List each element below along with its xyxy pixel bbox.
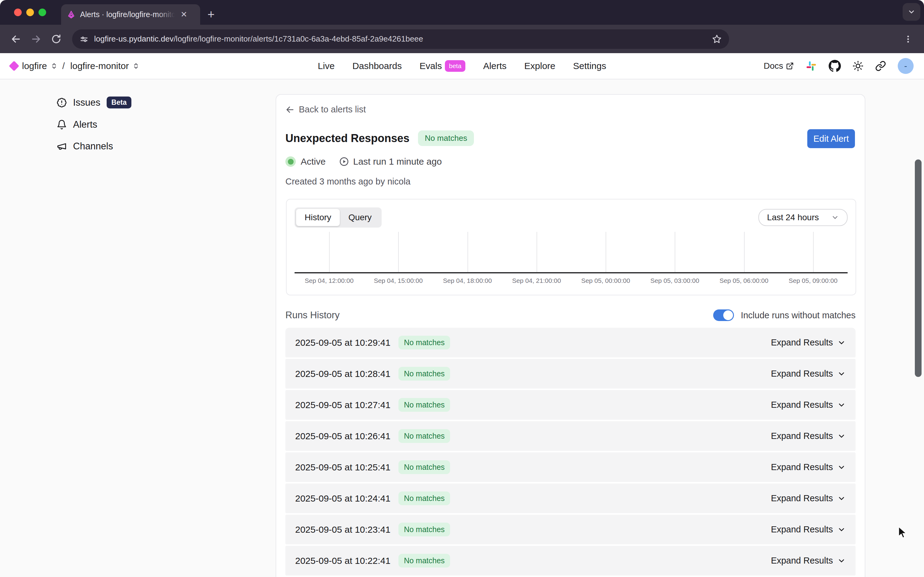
run-row: 2025-09-05 at 10:29:41 No matches Expand… (285, 328, 856, 357)
chevron-down-icon (837, 463, 846, 472)
alert-header: Unexpected Responses No matches Edit Ale… (285, 131, 856, 187)
page-scrollbar[interactable] (915, 160, 922, 377)
user-avatar[interactable]: - (898, 58, 914, 74)
x-tick: Sep 05, 03:00:00 (640, 277, 709, 284)
run-timestamp: 2025-09-05 at 10:29:41 (295, 337, 390, 348)
alert-match-badge: No matches (418, 131, 474, 146)
expand-results-button[interactable]: Expand Results (771, 493, 846, 503)
docs-link[interactable]: Docs (764, 61, 794, 71)
runs-history-heading: Runs History (285, 310, 339, 321)
chevron-down-icon (837, 432, 846, 440)
tab-history[interactable]: History (296, 209, 340, 226)
browser-chrome: Alerts · logfire/logfire-monitor ✕ + log… (0, 0, 924, 53)
nav-item-dashboards[interactable]: Dashboards (352, 61, 402, 71)
run-match-badge: No matches (398, 398, 450, 412)
sidebar-item-label: Channels (73, 141, 113, 152)
run-timestamp: 2025-09-05 at 10:25:41 (295, 462, 390, 472)
back-to-alerts-link[interactable]: Back to alerts list (285, 105, 856, 114)
run-match-badge: No matches (398, 460, 450, 474)
expand-results-button[interactable]: Expand Results (771, 462, 846, 472)
run-row: 2025-09-05 at 10:27:41 No matches Expand… (285, 390, 856, 420)
reload-icon[interactable] (48, 31, 65, 48)
chevron-down-icon (837, 370, 846, 378)
nav-item-explore[interactable]: Explore (524, 61, 555, 71)
sidebar-item-issues[interactable]: Issues Beta (56, 97, 131, 108)
edit-alert-button[interactable]: Edit Alert (807, 129, 855, 148)
expand-results-button[interactable]: Expand Results (771, 524, 846, 535)
page-body: Issues Beta Alerts Channels Back to aler… (0, 79, 924, 577)
nav-item-alerts[interactable]: Alerts (483, 61, 506, 71)
org-chevron-updown-icon[interactable] (51, 63, 57, 69)
zoom-window-button[interactable] (39, 8, 46, 16)
url-bar[interactable]: logfire-us.pydantic.dev/logfire/logfire-… (72, 29, 729, 49)
include-runs-toggle-row: Include runs without matches (713, 309, 856, 321)
breadcrumb: logfire / logfire-monitor (10, 61, 318, 71)
run-timestamp: 2025-09-05 at 10:28:41 (295, 369, 390, 379)
chevron-down-icon (837, 338, 846, 347)
expand-results-button[interactable]: Expand Results (771, 400, 846, 410)
x-tick: Sep 05, 06:00:00 (710, 277, 779, 284)
run-timestamp: 2025-09-05 at 10:26:41 (295, 431, 390, 442)
project-selector[interactable]: logfire-monitor (70, 61, 129, 71)
close-window-button[interactable] (14, 8, 22, 16)
share-link-icon[interactable] (875, 60, 886, 71)
theme-sun-icon[interactable] (853, 60, 863, 71)
nav-links: Live Dashboards Evalsbeta Alerts Explore… (318, 60, 606, 72)
run-match-badge: No matches (398, 523, 450, 537)
slack-icon[interactable] (805, 60, 817, 72)
run-timestamp: 2025-09-05 at 10:27:41 (295, 400, 390, 410)
run-timestamp: 2025-09-05 at 10:24:41 (295, 493, 390, 504)
github-icon[interactable] (829, 60, 841, 72)
sidebar-item-label: Alerts (73, 119, 97, 130)
megaphone-icon (56, 141, 67, 152)
breadcrumb-separator: / (62, 61, 65, 71)
expand-results-button[interactable]: Expand Results (771, 431, 846, 441)
run-timestamp: 2025-09-05 at 10:22:41 (295, 556, 390, 566)
alert-detail-card: Back to alerts list Unexpected Responses… (276, 94, 865, 577)
site-settings-icon[interactable] (79, 34, 89, 44)
expand-results-button[interactable]: Expand Results (771, 556, 846, 566)
tab-close-icon[interactable]: ✕ (179, 9, 189, 20)
new-tab-button[interactable]: + (208, 4, 214, 25)
chevron-down-icon (837, 494, 846, 503)
bookmark-star-icon[interactable] (712, 34, 722, 44)
tab-query[interactable]: Query (340, 209, 380, 226)
run-row: 2025-09-05 at 10:28:41 No matches Expand… (285, 359, 856, 388)
time-range-dropdown[interactable]: Last 24 hours (758, 209, 848, 226)
nav-item-settings[interactable]: Settings (573, 61, 606, 71)
x-tick: Sep 04, 18:00:00 (433, 277, 502, 284)
tab-search-chevron-button[interactable] (903, 3, 920, 21)
sidebar-item-channels[interactable]: Channels (56, 141, 131, 152)
browser-toolbar: logfire-us.pydantic.dev/logfire/logfire-… (0, 25, 924, 53)
url-text[interactable]: logfire-us.pydantic.dev/logfire/logfire-… (94, 34, 712, 44)
external-link-icon (786, 62, 794, 70)
active-status: Active (285, 156, 326, 167)
sidebar-item-alerts[interactable]: Alerts (56, 119, 131, 130)
org-selector[interactable]: logfire (22, 61, 47, 71)
browser-tab[interactable]: Alerts · logfire/logfire-monitor ✕ (61, 4, 200, 25)
nav-item-evals[interactable]: Evalsbeta (419, 60, 465, 72)
issues-beta-badge: Beta (106, 97, 132, 108)
app-navbar: logfire / logfire-monitor Live Dashboard… (0, 53, 924, 79)
nav-item-live[interactable]: Live (318, 61, 335, 71)
toggle-label: Include runs without matches (741, 310, 856, 321)
run-match-badge: No matches (398, 492, 450, 505)
back-icon[interactable] (7, 31, 24, 48)
x-tick: Sep 04, 21:00:00 (502, 277, 571, 284)
include-runs-toggle[interactable] (713, 309, 734, 321)
run-match-badge: No matches (398, 336, 450, 350)
window-controls[interactable] (14, 8, 46, 16)
forward-icon[interactable] (27, 31, 45, 48)
project-chevron-updown-icon[interactable] (133, 63, 139, 69)
minimize-window-button[interactable] (26, 8, 34, 16)
evals-beta-badge: beta (445, 60, 465, 72)
history-query-tabs: History Query (295, 207, 382, 227)
active-status-dot (285, 156, 296, 167)
run-row: 2025-09-05 at 10:23:41 No matches Expand… (285, 515, 856, 544)
alert-title: Unexpected Responses (285, 132, 410, 145)
expand-results-button[interactable]: Expand Results (771, 369, 846, 379)
expand-results-button[interactable]: Expand Results (771, 337, 846, 348)
browser-menu-icon[interactable] (900, 31, 917, 48)
runs-list: 2025-09-05 at 10:29:41 No matches Expand… (285, 328, 856, 575)
x-tick: Sep 05, 09:00:00 (779, 277, 848, 284)
